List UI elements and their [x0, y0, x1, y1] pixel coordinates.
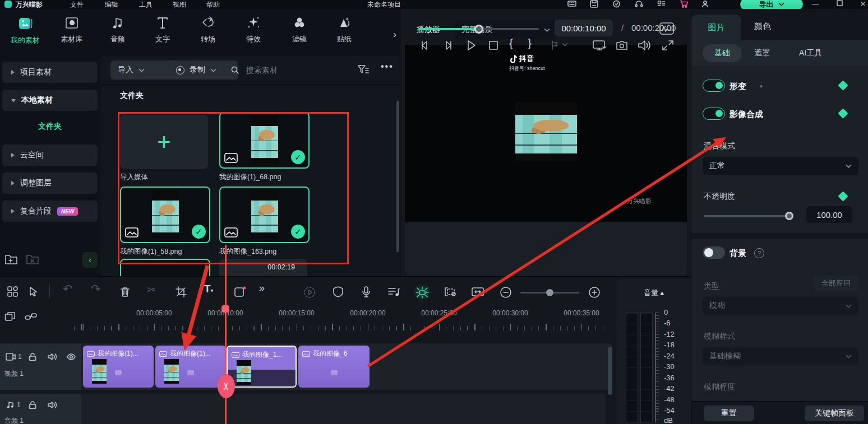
media-tile[interactable]: ✓: [219, 112, 310, 169]
tab-text[interactable]: 文字: [140, 16, 185, 50]
opacity-slider[interactable]: [704, 215, 792, 217]
lock-track-icon[interactable]: [28, 352, 37, 361]
media-tile[interactable]: ✓: [219, 187, 310, 243]
fit-timeline-icon[interactable]: [471, 286, 484, 298]
beat-detection-icon[interactable]: [415, 286, 430, 299]
tab-my-media[interactable]: 我的素材: [3, 16, 48, 50]
mute-track-icon[interactable]: [47, 400, 57, 409]
tab-filters[interactable]: 滤镜: [277, 16, 322, 50]
delete-icon[interactable]: [119, 286, 131, 298]
collapse-sidebar-button[interactable]: ‹: [82, 252, 98, 268]
text-tool-icon[interactable]: T▾: [204, 283, 214, 295]
collapse-section-arrow[interactable]: ▲: [759, 83, 764, 88]
help-icon[interactable]: ?: [754, 248, 764, 258]
undo-icon[interactable]: ↶: [63, 282, 73, 296]
timeline-zoom-slider[interactable]: [520, 292, 579, 293]
previous-frame-button[interactable]: [418, 39, 432, 52]
maximize-button[interactable]: [837, 0, 843, 6]
close-button[interactable]: ✕: [860, 0, 866, 8]
subtab-mask[interactable]: 遮罩: [754, 48, 770, 58]
mirror-display-button[interactable]: [592, 39, 607, 52]
apply-all-button[interactable]: 全部应用: [814, 276, 858, 291]
keyframe-panel-button[interactable]: 关键帧面板: [805, 406, 864, 421]
track-manage-icon[interactable]: [4, 311, 16, 322]
tab-effects[interactable]: 特效: [231, 16, 276, 50]
background-toggle[interactable]: [703, 246, 725, 259]
compositing-keyframe-icon[interactable]: [838, 108, 848, 118]
crop-icon[interactable]: [175, 286, 187, 298]
timeline-clip[interactable]: 我的图像(1)...: [83, 346, 154, 388]
tab-image[interactable]: 图片: [691, 15, 741, 40]
tab-stock-library[interactable]: 素材库: [49, 16, 94, 50]
blur-style-dropdown[interactable]: 基础模糊: [703, 347, 858, 365]
preview-range-icon[interactable]: [443, 286, 458, 298]
subtab-ai-tools[interactable]: AI工具: [799, 48, 822, 58]
volume-button[interactable]: [636, 39, 652, 52]
sidebar-item-project-media[interactable]: 项目素材: [2, 62, 98, 83]
timeline-clip[interactable]: 我的图像(1)...: [155, 346, 226, 388]
search-box[interactable]: [230, 60, 331, 80]
media-manager-icon[interactable]: [7, 286, 19, 298]
media-scrollbar[interactable]: [396, 101, 399, 252]
search-input[interactable]: [245, 65, 331, 75]
volume-title[interactable]: 音量 ▴: [617, 288, 691, 298]
menu-view[interactable]: 视图: [173, 0, 186, 10]
sidebar-item-adjustment-layer[interactable]: 调整图层: [2, 173, 98, 194]
delete-folder-icon[interactable]: [26, 253, 39, 265]
store-cart-icon[interactable]: [680, 0, 689, 8]
audio-track-lane[interactable]: [81, 394, 606, 424]
record-button[interactable]: 录制: [169, 60, 238, 80]
menu-file[interactable]: 文件: [70, 0, 84, 10]
marker-dropdown-chevron[interactable]: [562, 43, 568, 46]
play-button[interactable]: [464, 39, 478, 52]
media-tile[interactable]: ✓: [120, 187, 210, 243]
menu-edit[interactable]: 编辑: [105, 0, 118, 10]
filter-icon[interactable]: [357, 64, 370, 75]
transform-toggle[interactable]: [703, 80, 725, 92]
menu-help[interactable]: 帮助: [206, 0, 220, 10]
next-frame-button[interactable]: [441, 39, 455, 52]
zoom-in-icon[interactable]: [588, 286, 601, 299]
marker-tool-button[interactable]: [547, 39, 562, 52]
more-options-icon[interactable]: •••: [381, 62, 394, 72]
timeline-scrollbar[interactable]: [608, 347, 612, 395]
nav-overflow-chevron[interactable]: ›: [393, 29, 396, 40]
seek-knob[interactable]: [474, 25, 483, 34]
more-tools-icon[interactable]: »: [259, 282, 265, 294]
panel-layout-icon[interactable]: [657, 0, 666, 8]
mask-tool-icon[interactable]: [233, 286, 247, 298]
opacity-knob[interactable]: [785, 212, 793, 220]
voiceover-mic-icon[interactable]: [360, 286, 372, 298]
account-avatar-icon[interactable]: [701, 0, 709, 8]
zoom-knob[interactable]: [546, 289, 553, 296]
zoom-out-icon[interactable]: [499, 286, 513, 299]
support-headset-icon[interactable]: [635, 0, 643, 8]
mark-out-button[interactable]: }: [528, 36, 532, 50]
minimize-button[interactable]: —: [812, 0, 819, 8]
hide-track-icon[interactable]: [66, 352, 76, 361]
sidebar-item-local-media[interactable]: 本地素材: [2, 90, 98, 111]
timeline-clip[interactable]: 我的图像_6: [298, 346, 370, 388]
sidebar-item-cloud-space[interactable]: 云空间: [2, 145, 98, 166]
current-time[interactable]: 00:00:10:00: [555, 20, 613, 36]
mute-track-icon[interactable]: [47, 352, 57, 361]
compositing-toggle[interactable]: [703, 108, 725, 120]
render-preview-button[interactable]: [303, 286, 316, 299]
sidebar-item-folder[interactable]: 文件夹: [0, 122, 100, 132]
reset-button[interactable]: 重置: [704, 406, 754, 421]
save-project-icon[interactable]: [590, 0, 598, 8]
type-dropdown[interactable]: 模糊: [703, 297, 858, 315]
opacity-value[interactable]: 100.00: [806, 206, 852, 223]
select-tool-icon[interactable]: [27, 286, 39, 298]
link-clips-icon[interactable]: [25, 311, 37, 322]
transform-keyframe-icon[interactable]: [838, 80, 848, 90]
timeline-clip-selected[interactable]: 我的图像_1...: [227, 346, 297, 388]
subtab-basic[interactable]: 基础: [703, 44, 742, 62]
import-button[interactable]: 导入: [110, 60, 173, 80]
sync-icon[interactable]: [612, 0, 621, 8]
tab-transitions[interactable]: 转场: [186, 16, 230, 50]
import-media-tile[interactable]: +: [120, 115, 208, 169]
menu-tools[interactable]: 工具: [139, 0, 153, 10]
split-scissors-icon[interactable]: ✂: [147, 283, 156, 296]
lock-track-icon[interactable]: [28, 400, 37, 409]
